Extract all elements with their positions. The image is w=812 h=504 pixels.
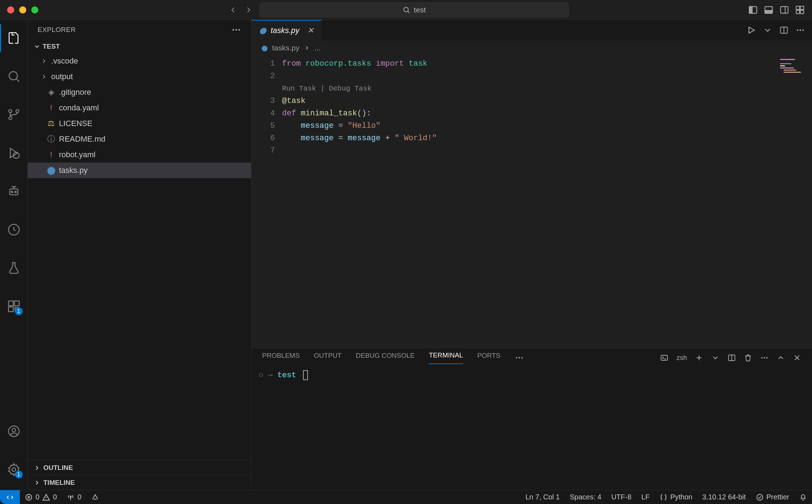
- more-editor-actions-icon[interactable]: [796, 26, 805, 35]
- tree-item-file[interactable]: ◈ .gitignore: [28, 84, 251, 100]
- tab-output[interactable]: OUTPUT: [314, 352, 342, 364]
- activity-accounts[interactable]: [0, 417, 28, 445]
- svg-point-11: [9, 72, 17, 80]
- tab-debug-console[interactable]: DEBUG CONSOLE: [356, 352, 415, 364]
- tree-item-file[interactable]: ⓘ README.md: [28, 131, 251, 147]
- toggle-primary-sidebar-icon[interactable]: [748, 5, 758, 15]
- svg-point-28: [236, 29, 237, 31]
- status-problems[interactable]: 0 0: [20, 493, 62, 501]
- status-encoding[interactable]: UTF-8: [606, 493, 637, 501]
- tree-item-label: LICENSE: [59, 119, 92, 128]
- tree-item-file[interactable]: ⚖ LICENSE: [28, 116, 251, 131]
- breadcrumb-file: tasks.py: [272, 44, 299, 52]
- editor-body[interactable]: 1 2 3 4 5 6 7 from robocorp.tasks import…: [251, 55, 812, 348]
- tab-problems[interactable]: PROBLEMS: [262, 352, 300, 364]
- breadcrumb[interactable]: ⬤ tasks.py ...: [251, 40, 812, 55]
- tab-terminal[interactable]: TERMINAL: [429, 351, 463, 364]
- close-window-button[interactable]: [7, 6, 14, 13]
- maximize-panel-icon[interactable]: [776, 354, 785, 362]
- tree-item-folder[interactable]: .vscode: [28, 53, 251, 69]
- tree-item-file[interactable]: ! robot.yaml: [28, 147, 251, 163]
- tree-item-file[interactable]: ! conda.yaml: [28, 100, 251, 116]
- customize-layout-icon[interactable]: [795, 5, 805, 15]
- prettier-check-icon: [756, 493, 764, 501]
- activity-explorer[interactable]: [0, 24, 28, 52]
- activity-robocorp[interactable]: [0, 177, 28, 205]
- variable: message: [301, 134, 334, 143]
- status-interpreter[interactable]: 3.10.12 64-bit: [697, 493, 751, 501]
- svg-point-25: [12, 428, 16, 432]
- python-icon: ⬤: [261, 45, 268, 51]
- status-prettier[interactable]: Prettier: [751, 493, 794, 501]
- split-editor-icon[interactable]: [779, 26, 789, 35]
- status-eol[interactable]: LF: [637, 493, 655, 501]
- terminal-dropdown-icon[interactable]: [711, 354, 720, 362]
- maximize-window-button[interactable]: [31, 6, 38, 13]
- errors-count: 0: [36, 493, 39, 501]
- new-terminal-icon[interactable]: [695, 354, 703, 362]
- toggle-secondary-sidebar-icon[interactable]: [779, 5, 789, 15]
- codelens[interactable]: Run Task | Debug Task: [282, 84, 372, 93]
- terminal-body[interactable]: ○ → test: [251, 367, 812, 490]
- python-icon: ⬤: [259, 27, 266, 34]
- svg-point-41: [761, 357, 763, 358]
- prettier-label: Prettier: [767, 493, 789, 501]
- activity-timeline[interactable]: [0, 216, 28, 243]
- timeline-section[interactable]: TIMELINE: [28, 475, 251, 490]
- live-share-icon: [91, 493, 99, 501]
- close-panel-icon[interactable]: [793, 354, 801, 362]
- code-content[interactable]: from robocorp.tasks import task Run Task…: [282, 55, 812, 348]
- editor-tab[interactable]: ⬤ tasks.py ✕: [251, 20, 321, 40]
- minimize-window-button[interactable]: [19, 6, 26, 13]
- svg-point-35: [516, 357, 517, 358]
- statusbar: 0 0 0 Ln 7, Col 1 Spaces: 4 UTF-8 LF Pyt…: [0, 490, 812, 504]
- svg-point-13: [9, 117, 11, 120]
- svg-point-0: [404, 7, 408, 12]
- tree-item-label: conda.yaml: [59, 103, 99, 113]
- status-ports[interactable]: 0: [62, 493, 86, 501]
- status-notifications[interactable]: [794, 493, 812, 501]
- outline-section[interactable]: OUTLINE: [28, 460, 251, 475]
- panel-more-icon[interactable]: [760, 354, 769, 362]
- activity-run-debug[interactable]: [0, 139, 28, 167]
- account-icon: [7, 424, 21, 438]
- tree-item-file[interactable]: ⬤ tasks.py: [28, 163, 251, 178]
- nav-forward-icon[interactable]: [244, 5, 253, 15]
- keyword-from: from: [282, 59, 301, 68]
- tree-item-folder[interactable]: output: [28, 69, 251, 84]
- status-live-share[interactable]: [86, 493, 104, 501]
- run-dropdown-icon[interactable]: [763, 26, 772, 35]
- panel-more-icon[interactable]: [515, 353, 524, 362]
- activity-testing[interactable]: [0, 254, 28, 282]
- run-file-icon[interactable]: [747, 26, 756, 35]
- close-tab-icon[interactable]: ✕: [307, 26, 314, 35]
- minimap[interactable]: [755, 55, 812, 348]
- remote-indicator[interactable]: [0, 490, 20, 504]
- keyword-def: def: [282, 109, 296, 118]
- activity-extensions[interactable]: 1: [0, 292, 28, 320]
- sidebar-folder-section[interactable]: TEST: [28, 40, 251, 53]
- activity-source-control[interactable]: [0, 101, 28, 128]
- shell-name[interactable]: zsh: [676, 354, 687, 362]
- line-numbers: 1 2 3 4 5 6 7: [251, 55, 282, 348]
- activity-search[interactable]: [0, 62, 28, 90]
- nav-back-icon[interactable]: [228, 5, 238, 15]
- traffic-lights: [7, 6, 38, 13]
- kill-terminal-icon[interactable]: [744, 354, 752, 362]
- more-actions-icon[interactable]: [231, 25, 241, 35]
- tab-ports[interactable]: PORTS: [477, 352, 500, 364]
- status-language[interactable]: Python: [655, 493, 697, 501]
- toggle-panel-icon[interactable]: [764, 5, 774, 15]
- search-icon: [7, 69, 21, 83]
- variable: message: [348, 134, 380, 143]
- command-center-search[interactable]: test: [260, 2, 569, 17]
- activity-settings[interactable]: 1: [0, 456, 28, 483]
- status-cursor[interactable]: Ln 7, Col 1: [520, 493, 565, 501]
- split-terminal-icon[interactable]: [727, 354, 736, 362]
- svg-point-29: [238, 29, 240, 31]
- line-number: 1: [251, 57, 275, 70]
- braces-icon: [660, 493, 667, 501]
- minimap-content: [780, 59, 805, 74]
- keyword-import: import: [376, 59, 404, 68]
- status-indent[interactable]: Spaces: 4: [565, 493, 606, 501]
